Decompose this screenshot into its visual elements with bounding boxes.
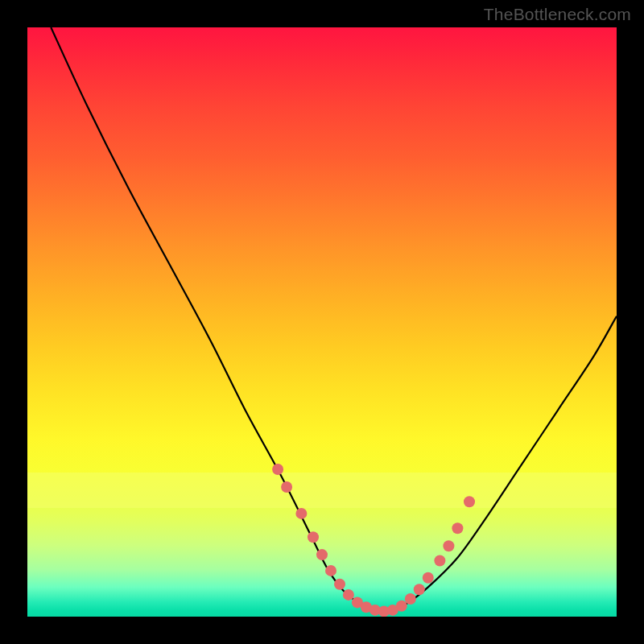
marker-dot bbox=[443, 540, 454, 551]
bottleneck-curve bbox=[51, 27, 617, 612]
marker-dot bbox=[423, 572, 434, 584]
marker-dot bbox=[334, 579, 345, 590]
marker-dot bbox=[414, 584, 425, 595]
marker-dot bbox=[396, 601, 407, 612]
curve-layer bbox=[27, 27, 617, 617]
marker-dot bbox=[308, 531, 319, 543]
marker-dot bbox=[325, 565, 336, 576]
marker-dot bbox=[434, 555, 445, 567]
marker-dot bbox=[343, 589, 354, 601]
marker-dot bbox=[316, 549, 328, 560]
marker-dot bbox=[464, 496, 475, 507]
marker-dot bbox=[272, 464, 283, 475]
marker-dot bbox=[405, 593, 416, 605]
marker-dot bbox=[452, 522, 463, 534]
marker-dot bbox=[295, 508, 307, 519]
watermark-text: TheBottleneck.com bbox=[484, 5, 631, 24]
marker-dots bbox=[272, 464, 475, 617]
plot-area bbox=[27, 27, 617, 617]
marker-dot bbox=[281, 481, 292, 493]
